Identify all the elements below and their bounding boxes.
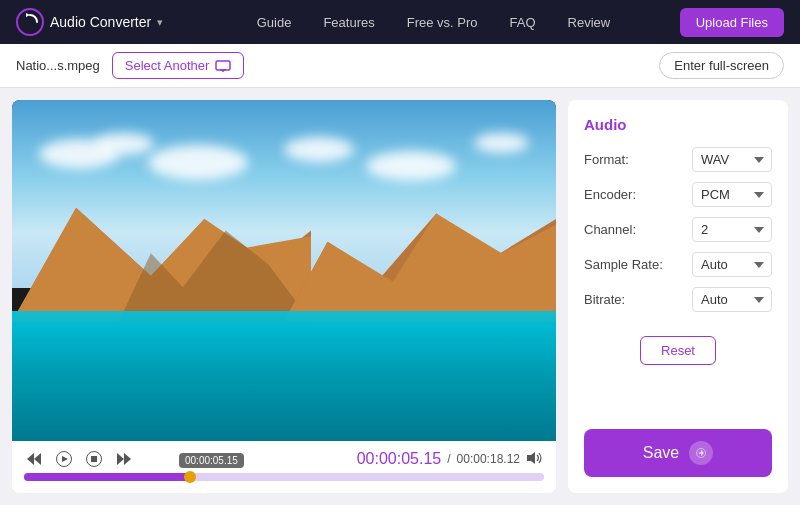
spacer — [584, 365, 772, 421]
svg-rect-2 — [216, 61, 230, 70]
save-label: Save — [643, 444, 679, 462]
rewind-icon — [26, 452, 42, 466]
forward-icon — [116, 452, 132, 466]
nav-free-vs-pro[interactable]: Free vs. Pro — [407, 15, 478, 30]
progress-fill — [24, 473, 190, 481]
mountain-left — [12, 185, 311, 321]
cloud-6 — [474, 133, 529, 153]
svg-marker-17 — [124, 453, 131, 465]
svg-marker-18 — [527, 452, 535, 464]
nav-guide[interactable]: Guide — [257, 15, 292, 30]
rewind-button[interactable] — [24, 450, 44, 468]
nav-faq[interactable]: FAQ — [510, 15, 536, 30]
playback-buttons — [24, 449, 134, 469]
cloud-3 — [148, 145, 248, 180]
forward-button[interactable] — [114, 450, 134, 468]
channel-select[interactable]: 124 — [692, 217, 772, 242]
svg-marker-16 — [117, 453, 124, 465]
logo-dropdown-icon: ▾ — [157, 16, 163, 29]
navbar: Audio Converter ▾ Guide Features Free vs… — [0, 0, 800, 44]
play-button[interactable] — [54, 449, 74, 469]
svg-rect-15 — [91, 456, 97, 462]
samplerate-select[interactable]: Auto4410048000 — [692, 252, 772, 277]
reset-button[interactable]: Reset — [640, 336, 716, 365]
svg-marker-1 — [26, 13, 30, 17]
stop-icon — [86, 451, 102, 467]
time-separator: / — [447, 452, 450, 466]
svg-marker-10 — [27, 453, 34, 465]
samplerate-row: Sample Rate: Auto4410048000 — [584, 252, 772, 277]
file-name: Natio...s.mpeg — [16, 58, 100, 73]
cloud-5 — [366, 151, 456, 181]
save-arrow-icon — [689, 441, 713, 465]
controls-top: 00:00:05.15 / 00:00:18.12 — [24, 449, 544, 469]
nav-review[interactable]: Review — [568, 15, 611, 30]
format-select[interactable]: WAVMP3AACFLAC — [692, 147, 772, 172]
monitor-icon — [215, 60, 231, 72]
cloud-4 — [284, 137, 354, 162]
settings-panel: Audio Format: WAVMP3AACFLAC Encoder: PCM… — [568, 100, 788, 493]
reset-wrapper: Reset — [584, 332, 772, 365]
svg-marker-13 — [62, 456, 68, 462]
upload-files-button[interactable]: Upload Files — [680, 8, 784, 37]
nav-links: Guide Features Free vs. Pro FAQ Review — [187, 15, 680, 30]
select-another-button[interactable]: Select Another — [112, 52, 245, 79]
sub-toolbar: Natio...s.mpeg Select Another Enter full… — [0, 44, 800, 88]
select-another-label: Select Another — [125, 58, 210, 73]
time-current: 00:00:05.15 — [357, 450, 442, 468]
save-button[interactable]: Save — [584, 429, 772, 477]
play-icon — [56, 451, 72, 467]
samplerate-label: Sample Rate: — [584, 257, 663, 272]
volume-button[interactable] — [526, 451, 544, 468]
channel-row: Channel: 124 — [584, 217, 772, 242]
encoder-row: Encoder: PCMALAC — [584, 182, 772, 207]
video-container — [12, 100, 556, 441]
format-row: Format: WAVMP3AACFLAC — [584, 147, 772, 172]
encoder-label: Encoder: — [584, 187, 636, 202]
video-panel: 00:00:05.15 / 00:00:18.12 00:00:05.15 — [12, 100, 556, 493]
format-label: Format: — [584, 152, 629, 167]
time-total: 00:00:18.12 — [457, 452, 520, 466]
cloud-2 — [94, 133, 154, 155]
volume-icon — [526, 451, 544, 465]
settings-title: Audio — [584, 116, 772, 133]
bitrate-select[interactable]: Auto128192256 — [692, 287, 772, 312]
svg-marker-9 — [284, 214, 556, 322]
time-bubble: 00:00:05.15 — [179, 453, 244, 468]
stop-button[interactable] — [84, 449, 104, 469]
bitrate-row: Bitrate: Auto128192256 — [584, 287, 772, 312]
logo-text: Audio Converter — [50, 14, 151, 30]
logo-icon — [16, 8, 44, 36]
svg-marker-11 — [34, 453, 41, 465]
video-controls: 00:00:05.15 / 00:00:18.12 00:00:05.15 — [12, 441, 556, 493]
svg-point-0 — [17, 9, 43, 35]
sub-toolbar-left: Natio...s.mpeg Select Another — [16, 52, 244, 79]
time-volume: 00:00:05.15 / 00:00:18.12 — [357, 450, 544, 468]
nav-logo[interactable]: Audio Converter ▾ — [16, 8, 163, 36]
channel-label: Channel: — [584, 222, 636, 237]
mountain-right — [284, 185, 556, 321]
encoder-select[interactable]: PCMALAC — [692, 182, 772, 207]
nav-features[interactable]: Features — [323, 15, 374, 30]
progress-track[interactable] — [24, 473, 544, 481]
progress-thumb[interactable] — [184, 471, 196, 483]
progress-wrapper[interactable]: 00:00:05.15 — [24, 473, 544, 489]
fullscreen-button[interactable]: Enter full-screen — [659, 52, 784, 79]
main-content: 00:00:05.15 / 00:00:18.12 00:00:05.15 — [0, 88, 800, 505]
bitrate-label: Bitrate: — [584, 292, 625, 307]
water-reflection — [12, 311, 556, 441]
arrow-icon — [696, 448, 706, 458]
